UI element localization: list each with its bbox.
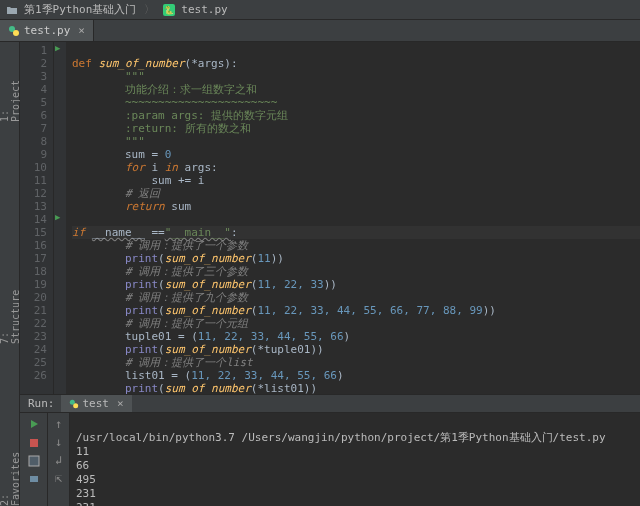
down-arrow-icon[interactable]: ↓ — [55, 435, 62, 449]
console-line: 231 — [76, 501, 96, 506]
breadcrumb-separator: 〉 — [144, 2, 155, 17]
left-tool-rail: 1: Project 7: Structure 2: Favorites — [0, 42, 20, 506]
run-body: ↑ ↓ ↲ ⇱ /usr/local/bin/python3.7 /Users/… — [20, 413, 640, 506]
code-editor[interactable]: 1234567891011121314151617181920212223242… — [20, 42, 640, 394]
svg-text:🐍: 🐍 — [164, 5, 174, 15]
close-icon[interactable]: × — [78, 24, 85, 37]
export-icon[interactable]: ⇱ — [55, 471, 62, 485]
up-arrow-icon[interactable]: ↑ — [55, 417, 62, 431]
run-panel: Run: test × ↑ ↓ ↲ ⇱ /usr/local/bin/pytho… — [20, 394, 640, 506]
run-header: Run: test × — [20, 395, 640, 413]
tab-test-py[interactable]: test.py × — [0, 20, 94, 41]
folder-icon — [6, 4, 18, 16]
breadcrumb-bar: 第1季Python基础入门 〉 🐍 test.py — [0, 0, 640, 20]
python-file-icon: 🐍 — [163, 4, 175, 16]
run-toolbar-secondary: ↑ ↓ ↲ ⇱ — [48, 413, 70, 506]
console-line: 11 — [76, 445, 89, 458]
rerun-icon[interactable] — [27, 417, 41, 431]
run-label: Run: — [28, 397, 55, 410]
python-file-icon — [69, 399, 79, 409]
console-output[interactable]: /usr/local/bin/python3.7 /Users/wangjin/… — [70, 413, 640, 506]
svg-point-5 — [73, 403, 78, 408]
layout-icon[interactable] — [28, 455, 40, 467]
run-line-icon[interactable]: ▶ — [55, 212, 60, 222]
run-toolbar-primary — [20, 413, 48, 506]
breadcrumb-file[interactable]: test.py — [181, 3, 227, 16]
svg-rect-8 — [30, 476, 38, 482]
line-gutter: 1234567891011121314151617181920212223242… — [20, 42, 54, 394]
rail-project[interactable]: 1: Project — [0, 62, 21, 122]
console-cmd: /usr/local/bin/python3.7 /Users/wangjin/… — [76, 431, 606, 444]
editor-tabs: test.py × — [0, 20, 640, 42]
close-icon[interactable]: × — [117, 397, 124, 410]
console-line: 66 — [76, 459, 89, 472]
python-file-icon — [8, 25, 20, 37]
run-line-icon[interactable]: ▶ — [55, 43, 60, 53]
run-gutter: ▶ ▶ — [54, 42, 66, 394]
svg-rect-6 — [30, 439, 38, 447]
wrap-icon[interactable]: ↲ — [55, 453, 62, 467]
run-tab-label: test — [83, 397, 110, 410]
console-line: 495 — [76, 473, 96, 486]
breadcrumb-folder[interactable]: 第1季Python基础入门 — [24, 2, 136, 17]
svg-point-3 — [13, 30, 19, 36]
tab-label: test.py — [24, 24, 70, 37]
stop-icon[interactable] — [28, 437, 40, 449]
run-tab[interactable]: test × — [61, 395, 132, 412]
console-line: 231 — [76, 487, 96, 500]
rail-favorites[interactable]: 2: Favorites — [0, 434, 21, 506]
code-area[interactable]: def sum_of_number(*args): """ 功能介绍：求一组数字… — [66, 42, 640, 394]
svg-rect-7 — [29, 456, 39, 466]
rail-structure[interactable]: 7: Structure — [0, 272, 21, 344]
print-icon[interactable] — [28, 473, 40, 485]
